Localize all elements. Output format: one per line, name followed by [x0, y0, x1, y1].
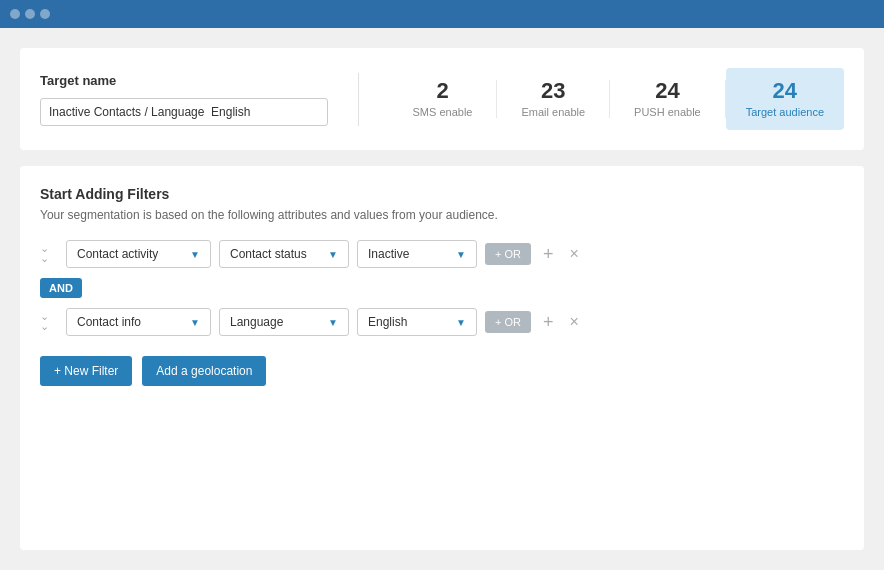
filter1-remove-button[interactable]: ×: [566, 243, 583, 265]
filter2-value-arrow: ▼: [456, 317, 466, 328]
filter1-value-dropdown[interactable]: Inactive ▼: [357, 240, 477, 268]
stat-audience-label: Target audience: [746, 106, 824, 118]
filter2-value-dropdown[interactable]: English ▼: [357, 308, 477, 336]
stats-section: 2 SMS enable 23 Email enable 24 PUSH ena…: [359, 68, 844, 130]
stat-push-label: PUSH enable: [634, 106, 701, 118]
filters-title: Start Adding Filters: [40, 186, 844, 202]
filter-row-2: ⌄ ⌄ Contact info ▼ Language ▼ English ▼ …: [40, 308, 844, 336]
filter2-category-dropdown[interactable]: Contact info ▼: [66, 308, 211, 336]
filter1-category-dropdown[interactable]: Contact activity ▼: [66, 240, 211, 268]
target-name-input[interactable]: [40, 98, 328, 126]
stat-audience-number: 24: [746, 80, 824, 102]
filter1-category-arrow: ▼: [190, 249, 200, 260]
stat-email-label: Email enable: [521, 106, 585, 118]
filters-card: Start Adding Filters Your segmentation i…: [20, 166, 864, 550]
action-buttons: + New Filter Add a geolocation: [40, 356, 844, 386]
filter2-category-value: Contact info: [77, 315, 141, 329]
filter1-or-button[interactable]: + OR: [485, 243, 531, 265]
title-bar: [0, 0, 884, 28]
filter1-category-value: Contact activity: [77, 247, 158, 261]
filter2-or-button[interactable]: + OR: [485, 311, 531, 333]
stat-push: 24 PUSH enable: [610, 80, 726, 118]
filter2-attribute-value: Language: [230, 315, 283, 329]
top-card: Target name 2 SMS enable 23 Email enable…: [20, 48, 864, 150]
chevron-down-icon-2: ⌄ ⌄: [40, 312, 58, 332]
target-name-label: Target name: [40, 73, 328, 88]
new-filter-button[interactable]: + New Filter: [40, 356, 132, 386]
target-name-section: Target name: [40, 73, 359, 126]
filter-row-1: ⌄ ⌄ Contact activity ▼ Contact status ▼ …: [40, 240, 844, 268]
stat-sms-number: 2: [413, 80, 473, 102]
filter2-remove-button[interactable]: ×: [566, 311, 583, 333]
stat-email: 23 Email enable: [497, 80, 610, 118]
and-badge: AND: [40, 278, 82, 298]
chevron-down-icon-1: ⌄ ⌄: [40, 244, 58, 264]
main-content: Target name 2 SMS enable 23 Email enable…: [0, 28, 884, 570]
stat-push-number: 24: [634, 80, 701, 102]
stat-sms: 2 SMS enable: [389, 80, 498, 118]
stat-sms-label: SMS enable: [413, 106, 473, 118]
filter2-add-button[interactable]: +: [539, 310, 558, 335]
filter2-attribute-arrow: ▼: [328, 317, 338, 328]
filters-subtitle: Your segmentation is based on the follow…: [40, 208, 844, 222]
add-geolocation-button[interactable]: Add a geolocation: [142, 356, 266, 386]
filter1-attribute-dropdown[interactable]: Contact status ▼: [219, 240, 349, 268]
filter2-category-arrow: ▼: [190, 317, 200, 328]
filter1-attribute-value: Contact status: [230, 247, 307, 261]
traffic-lights: [10, 9, 50, 19]
traffic-light-1: [10, 9, 20, 19]
filter1-attribute-arrow: ▼: [328, 249, 338, 260]
traffic-light-2: [25, 9, 35, 19]
filter1-add-button[interactable]: +: [539, 242, 558, 267]
stat-email-number: 23: [521, 80, 585, 102]
filter1-value-text: Inactive: [368, 247, 409, 261]
filter2-attribute-dropdown[interactable]: Language ▼: [219, 308, 349, 336]
traffic-light-3: [40, 9, 50, 19]
stat-audience: 24 Target audience: [726, 68, 844, 130]
filter2-value-text: English: [368, 315, 407, 329]
filter1-value-arrow: ▼: [456, 249, 466, 260]
